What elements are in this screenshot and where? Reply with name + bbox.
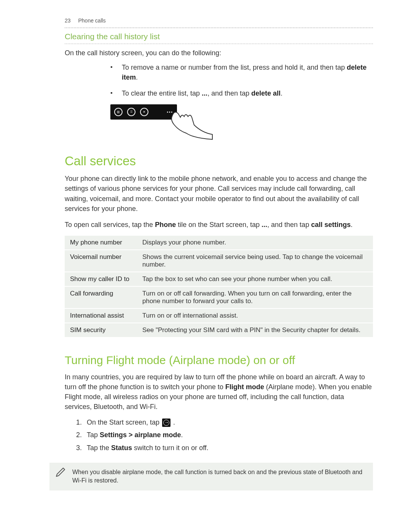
setting-desc: Shows the current voicemail service bein…	[137, 250, 373, 272]
table-row: Voicemail numberShows the current voicem…	[65, 250, 373, 272]
table-row: International assistTurn on or off inter…	[65, 308, 373, 323]
call-services-open: To open call services, tap the Phone til…	[65, 220, 373, 230]
setting-desc: Tap the box to set who can see your phon…	[137, 272, 373, 286]
note-box: When you disable airplane mode, the call…	[49, 463, 373, 490]
divider	[65, 43, 373, 44]
table-row: SIM securitySee "Protecting your SIM car…	[65, 323, 373, 337]
setting-label: Show my caller ID to	[65, 272, 137, 286]
heading-call-services: Call services	[65, 154, 373, 168]
setting-desc: Displays your phone number.	[137, 236, 373, 250]
setting-label: SIM security	[65, 323, 137, 337]
table-row: My phone numberDisplays your phone numbe…	[65, 236, 373, 250]
toolbar-icon: ⠿	[127, 108, 135, 116]
clearing-intro: On the call history screen, you can do t…	[65, 48, 373, 58]
page-header: 23 Phone calls	[65, 18, 373, 24]
setting-label: My phone number	[65, 236, 137, 250]
toolbar-icon: ✕	[140, 108, 148, 116]
call-services-para: Your phone can directly link to the mobi…	[65, 174, 373, 213]
step-item: 1. On the Start screen, tap .	[76, 418, 373, 427]
setting-desc: Turn on or off international assist.	[137, 308, 373, 323]
bullet-item: To remove a name or number from the list…	[110, 62, 373, 82]
hand-pointer-icon	[167, 106, 213, 140]
arrow-tile-icon	[162, 419, 170, 427]
toolbar-illustration: ⊞ ⠿ ✕ •••	[110, 104, 373, 142]
document-page: 23 Phone calls Clearing the call history…	[0, 0, 411, 513]
divider	[65, 27, 373, 28]
pencil-icon	[55, 467, 65, 478]
subheading-clearing: Clearing the call history list	[65, 32, 373, 41]
heading-flight-mode: Turning Flight mode (Airplane mode) on o…	[65, 354, 373, 367]
toolbar-image: ⊞ ⠿ ✕ •••	[110, 104, 177, 120]
step-item: 3. Tap the Status switch to turn it on o…	[76, 443, 373, 453]
table-row: Show my caller ID toTap the box to set w…	[65, 272, 373, 286]
note-text: When you disable airplane mode, the call…	[72, 469, 362, 484]
setting-label: Voicemail number	[65, 250, 137, 272]
flight-steps: 1. On the Start screen, tap . 2. Tap Set…	[76, 418, 373, 453]
table-row: Call forwardingTurn on or off call forwa…	[65, 286, 373, 308]
section-name: Phone calls	[78, 18, 105, 24]
setting-label: International assist	[65, 308, 137, 323]
call-services-table: My phone numberDisplays your phone numbe…	[65, 236, 373, 338]
setting-desc: Turn on or off call forwarding. When you…	[137, 286, 373, 308]
flight-para: In many countries, you are required by l…	[65, 372, 373, 412]
toolbar-icon: ⊞	[114, 108, 123, 116]
step-item: 2. Tap Settings > airplane mode.	[76, 430, 373, 440]
bullet-item: To clear the entire list, tap ..., and t…	[110, 88, 373, 98]
setting-label: Call forwarding	[65, 286, 137, 308]
clearing-bullets: To remove a name or number from the list…	[110, 62, 373, 98]
page-number: 23	[65, 18, 71, 24]
setting-desc: See "Protecting your SIM card with a PIN…	[137, 323, 373, 337]
